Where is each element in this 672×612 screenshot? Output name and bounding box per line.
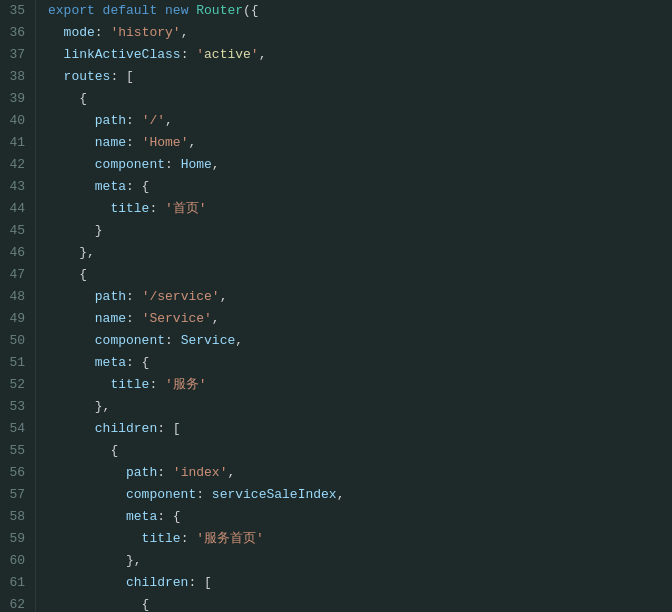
code-line: }, bbox=[48, 242, 672, 264]
line-number: 41 bbox=[8, 132, 25, 154]
code-line: meta: { bbox=[48, 506, 672, 528]
code-line: routes: [ bbox=[48, 66, 672, 88]
code-line: path: 'index', bbox=[48, 462, 672, 484]
line-number: 44 bbox=[8, 198, 25, 220]
code-line: { bbox=[48, 264, 672, 286]
line-number: 35 bbox=[8, 0, 25, 22]
code-line: linkActiveClass: 'active', bbox=[48, 44, 672, 66]
line-number: 43 bbox=[8, 176, 25, 198]
line-number: 39 bbox=[8, 88, 25, 110]
line-number: 53 bbox=[8, 396, 25, 418]
code-line: component: serviceSaleIndex, bbox=[48, 484, 672, 506]
code-line: mode: 'history', bbox=[48, 22, 672, 44]
code-line: { bbox=[48, 594, 672, 612]
code-line: children: [ bbox=[48, 572, 672, 594]
code-line: { bbox=[48, 88, 672, 110]
code-line: title: '服务首页' bbox=[48, 528, 672, 550]
line-numbers: 3536373839404142434445464748495051525354… bbox=[0, 0, 36, 612]
code-line: { bbox=[48, 440, 672, 462]
line-number: 60 bbox=[8, 550, 25, 572]
code-line: meta: { bbox=[48, 352, 672, 374]
code-line: component: Service, bbox=[48, 330, 672, 352]
code-line: meta: { bbox=[48, 176, 672, 198]
code-line: children: [ bbox=[48, 418, 672, 440]
code-content: export default new Router({ mode: 'histo… bbox=[36, 0, 672, 612]
line-number: 51 bbox=[8, 352, 25, 374]
line-number: 40 bbox=[8, 110, 25, 132]
line-number: 46 bbox=[8, 242, 25, 264]
line-number: 54 bbox=[8, 418, 25, 440]
code-line: } bbox=[48, 220, 672, 242]
line-number: 57 bbox=[8, 484, 25, 506]
line-number: 48 bbox=[8, 286, 25, 308]
line-number: 61 bbox=[8, 572, 25, 594]
line-number: 45 bbox=[8, 220, 25, 242]
line-number: 52 bbox=[8, 374, 25, 396]
line-number: 38 bbox=[8, 66, 25, 88]
line-number: 42 bbox=[8, 154, 25, 176]
code-line: name: 'Service', bbox=[48, 308, 672, 330]
code-editor: 3536373839404142434445464748495051525354… bbox=[0, 0, 672, 612]
line-number: 55 bbox=[8, 440, 25, 462]
code-line: export default new Router({ bbox=[48, 0, 672, 22]
line-number: 59 bbox=[8, 528, 25, 550]
line-number: 58 bbox=[8, 506, 25, 528]
code-line: path: '/', bbox=[48, 110, 672, 132]
code-line: }, bbox=[48, 550, 672, 572]
line-number: 62 bbox=[8, 594, 25, 612]
code-line: name: 'Home', bbox=[48, 132, 672, 154]
line-number: 49 bbox=[8, 308, 25, 330]
line-number: 36 bbox=[8, 22, 25, 44]
line-number: 47 bbox=[8, 264, 25, 286]
code-line: title: '服务' bbox=[48, 374, 672, 396]
line-number: 37 bbox=[8, 44, 25, 66]
code-line: component: Home, bbox=[48, 154, 672, 176]
line-number: 50 bbox=[8, 330, 25, 352]
code-line: title: '首页' bbox=[48, 198, 672, 220]
line-number: 56 bbox=[8, 462, 25, 484]
code-line: path: '/service', bbox=[48, 286, 672, 308]
code-line: }, bbox=[48, 396, 672, 418]
